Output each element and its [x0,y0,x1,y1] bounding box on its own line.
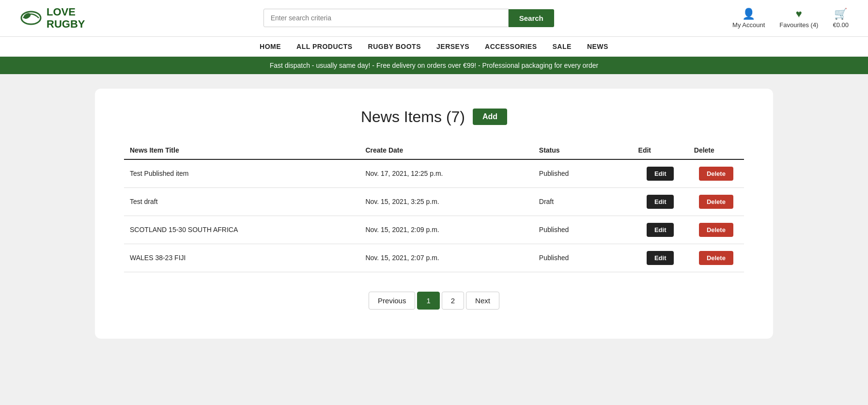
cell-delete: Delete [688,216,744,244]
col-header-title: News Item Title [124,141,359,159]
previous-button[interactable]: Previous [369,292,415,310]
main-content: News Items (7) Add News Item Title Creat… [0,74,868,353]
cell-status: Published [533,244,633,272]
heart-icon: ♥ [796,8,802,20]
table-row: WALES 38-23 FIJI Nov. 15, 2021, 2:07 p.m… [124,244,744,272]
pagination: Previous 1 2 Next [124,292,744,310]
cell-status: Published [533,159,633,188]
cart-icon: 🛒 [834,8,847,20]
nav-home[interactable]: HOME [260,43,281,50]
cell-date: Nov. 15, 2021, 2:07 p.m. [359,244,533,272]
page-title: News Items (7) [361,108,465,126]
delete-button[interactable]: Delete [699,195,733,209]
news-table: News Item Title Create Date Status Edit … [124,141,744,272]
user-icon: 👤 [742,8,755,20]
cell-edit: Edit [633,159,688,188]
cell-date: Nov. 17, 2021, 12:25 p.m. [359,159,533,188]
cell-title: WALES 38-23 FIJI [124,244,359,272]
favourites-link[interactable]: ♥ Favourites (4) [779,8,818,29]
table-row: Test draft Nov. 15, 2021, 3:25 p.m. Draf… [124,187,744,216]
nav-sale[interactable]: SALE [553,43,572,50]
nav-all-products[interactable]: ALL PRODUCTS [296,43,352,50]
cell-status: Published [533,216,633,244]
cell-edit: Edit [633,244,688,272]
cart-label: €0.00 [833,21,849,29]
cart-link[interactable]: 🛒 €0.00 [833,8,849,29]
content-card: News Items (7) Add News Item Title Creat… [95,89,773,339]
cell-title: Test Published item [124,159,359,188]
cell-edit: Edit [633,187,688,216]
col-header-date: Create Date [359,141,533,159]
cell-delete: Delete [688,159,744,188]
main-nav: HOME ALL PRODUCTS RUGBY BOOTS JERSEYS AC… [0,37,868,57]
cell-date: Nov. 15, 2021, 3:25 p.m. [359,187,533,216]
search-input[interactable] [264,9,509,27]
promo-banner: Fast dispatch - usually same day! - Free… [0,57,868,74]
header-right: 👤 My Account ♥ Favourites (4) 🛒 €0.00 [732,8,849,29]
logo-text: LOVERUGBY [46,6,85,31]
delete-button[interactable]: Delete [699,223,733,237]
cell-delete: Delete [688,187,744,216]
cell-title: Test draft [124,187,359,216]
table-row: Test Published item Nov. 17, 2021, 12:25… [124,159,744,188]
cell-edit: Edit [633,216,688,244]
col-header-edit: Edit [633,141,688,159]
cell-date: Nov. 15, 2021, 2:09 p.m. [359,216,533,244]
edit-button[interactable]: Edit [647,251,674,265]
header: LOVERUGBY Search 👤 My Account ♥ Favourit… [0,0,868,37]
col-header-status: Status [533,141,633,159]
edit-button[interactable]: Edit [647,167,674,181]
nav-rugby-boots[interactable]: RUGBY BOOTS [368,43,421,50]
page-1-button[interactable]: 1 [417,292,439,310]
nav-accessories[interactable]: ACCESSORIES [485,43,537,50]
cell-title: SCOTLAND 15-30 SOUTH AFRICA [124,216,359,244]
banner-text: Fast dispatch - usually same day! - Free… [270,62,599,69]
add-button[interactable]: Add [473,109,507,125]
delete-button[interactable]: Delete [699,251,733,265]
my-account-link[interactable]: 👤 My Account [732,8,765,29]
nav-jerseys[interactable]: JERSEYS [436,43,469,50]
my-account-label: My Account [732,21,765,29]
table-row: SCOTLAND 15-30 SOUTH AFRICA Nov. 15, 202… [124,216,744,244]
table-header-row: News Item Title Create Date Status Edit … [124,141,744,159]
search-area: Search [264,9,554,27]
col-header-delete: Delete [688,141,744,159]
nav-news[interactable]: NEWS [587,43,608,50]
logo-icon [19,6,43,30]
next-button[interactable]: Next [466,292,499,310]
edit-button[interactable]: Edit [647,223,674,237]
edit-button[interactable]: Edit [647,195,674,209]
favourites-label: Favourites (4) [779,21,818,29]
page-title-row: News Items (7) Add [124,108,744,126]
logo[interactable]: LOVERUGBY [19,6,85,31]
cell-status: Draft [533,187,633,216]
search-button[interactable]: Search [509,9,554,27]
page-2-button[interactable]: 2 [442,292,464,310]
delete-button[interactable]: Delete [699,167,733,181]
cell-delete: Delete [688,244,744,272]
